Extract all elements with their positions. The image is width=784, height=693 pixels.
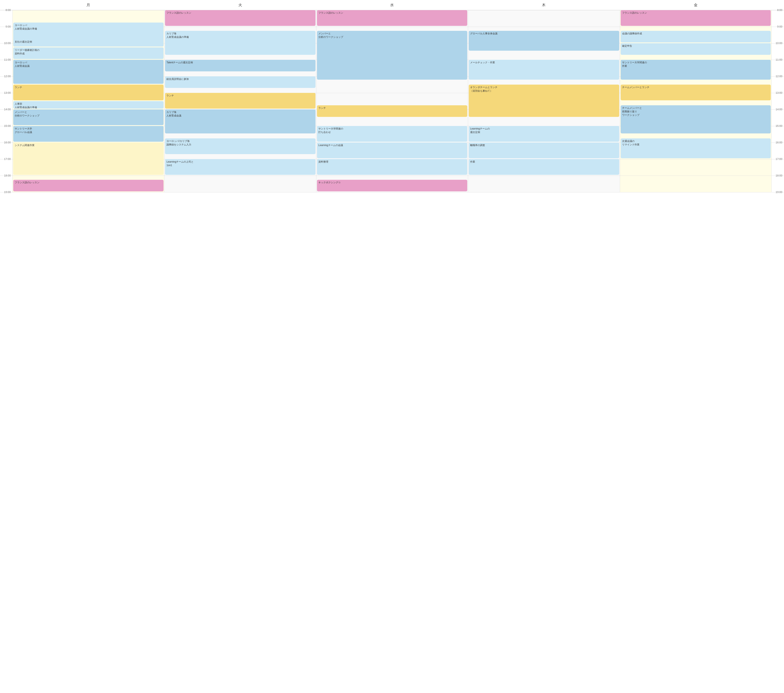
event-mon7[interactable]: メンバーと 分析のワークショップ: [13, 109, 163, 125]
time-label-900: 9:00: [0, 27, 12, 43]
time-hour-line: [772, 10, 784, 10]
event-tue2[interactable]: カリブ海 人材育成会議の準備: [165, 31, 315, 55]
time-hour-line: [0, 126, 12, 126]
hour-line-0: [13, 10, 164, 10]
day-col-tue: フランス語のレッスンカリブ海 人材育成会議の準備Talentチームの週次定例組合…: [164, 10, 316, 192]
header-day-fri: 金: [620, 0, 772, 10]
calendar-body: 8:009:0010:0011:0012:0013:0014:0015:0016…: [0, 10, 784, 192]
event-mon9[interactable]: システム関連作業: [13, 142, 163, 175]
time-label-1500: 15:00: [0, 126, 12, 142]
day-col-fri: フランス語のレッスン会議の議事録作成確定申告サントリー大学関連の 作業チームメン…: [620, 10, 772, 192]
event-fri3[interactable]: 確定申告: [621, 43, 771, 55]
time-hour-line: [0, 142, 12, 143]
time-col-right: 8:009:0010:0011:0012:0013:0014:0015:0016…: [772, 10, 784, 192]
time-label-1000: 10:00: [0, 43, 12, 60]
hour-line-0: [468, 10, 619, 10]
event-wed6[interactable]: 資料整理: [317, 159, 467, 175]
time-label-1300: 13:00: [0, 93, 12, 109]
time-label-1200: 12:00: [0, 76, 12, 93]
event-fri5[interactable]: チームメンバーとランチ: [621, 84, 771, 100]
event-mon8[interactable]: サントリー大学 グローバル会議: [13, 126, 163, 142]
event-mon2[interactable]: 支社の週次定例: [13, 39, 163, 46]
time-label-right-1700: 17:00: [772, 159, 784, 176]
time-hour-line: [772, 126, 784, 126]
event-tue1[interactable]: フランス語のレッスン: [165, 10, 315, 26]
time-label-1600: 16:00: [0, 142, 12, 159]
event-mon6[interactable]: 人事部 人材育成会議の準備: [13, 101, 163, 109]
event-thu5[interactable]: 離職率の調査: [469, 142, 619, 158]
event-mon10[interactable]: フランス語のレッスン: [13, 180, 163, 191]
event-thu4[interactable]: Learningチームの 週次定例: [469, 126, 619, 142]
event-wed3[interactable]: ランチ: [317, 105, 467, 117]
time-hour-line: [0, 10, 12, 10]
event-thu2[interactable]: メールチェック・作業: [469, 60, 619, 80]
hour-line-5: [316, 93, 468, 93]
event-wed5[interactable]: Learningチームの会議: [317, 142, 467, 158]
time-label-1100: 11:00: [0, 60, 12, 76]
time-label-right-1200: 12:00: [772, 76, 784, 93]
day-col-thu: グローバル人事全体会議メールチェック・作業オランダチームとランチ （送別会も兼ね…: [468, 10, 619, 192]
time-label-1900: 19:00: [0, 192, 12, 209]
header-day-thu: 木: [468, 0, 619, 10]
event-mon5[interactable]: ランチ: [13, 84, 163, 100]
header-day-tue: 火: [164, 0, 316, 10]
event-tue5[interactable]: ランチ: [165, 93, 315, 109]
event-tue6[interactable]: カリブ海 人材育成会議: [165, 109, 315, 134]
time-hour-line: [772, 93, 784, 93]
time-label-1400: 14:00: [0, 109, 12, 126]
time-label-right-1500: 15:00: [772, 126, 784, 142]
day-col-wed: フランス語のレッスンメンバーと 分析のワークショップランチサントリー大学関連の …: [316, 10, 468, 192]
event-mon3[interactable]: リーダー後継者計画の 資料作成: [13, 47, 163, 59]
time-col-left: 8:009:0010:0011:0012:0013:0014:0015:0016…: [0, 10, 12, 192]
header-day-wed: 水: [316, 0, 468, 10]
time-label-right-1800: 18:00: [772, 176, 784, 192]
day-col-mon: ヨーロッパ 人材育成会議の準備支社の週次定例リーダー後継者計画の 資料作成ヨーロ…: [12, 10, 164, 192]
time-label-right-1600: 16:00: [772, 142, 784, 159]
time-hour-line: [772, 109, 784, 110]
time-label-right-800: 8:00: [772, 10, 784, 27]
event-wed7[interactable]: キックボクシング☆: [317, 180, 467, 191]
event-wed4[interactable]: サントリー大学関連の 打ち合わせ: [317, 126, 467, 142]
time-label-right-1000: 10:00: [772, 43, 784, 60]
time-label-right-1900: 19:00: [772, 192, 784, 209]
event-fri6[interactable]: チームメンバーと 前期振り返り ワークショップ: [621, 105, 771, 134]
event-fri1[interactable]: フランス語のレッスン: [621, 10, 771, 26]
event-fri2[interactable]: 会議の議事録作成: [621, 31, 771, 43]
event-thu6[interactable]: 作業: [469, 159, 619, 175]
event-tue8[interactable]: Learningチームの上司と 1on1: [165, 159, 315, 175]
event-thu1[interactable]: グローバル人事全体会議: [469, 31, 619, 51]
time-label-right-1300: 13:00: [772, 93, 784, 109]
time-hour-line: [0, 109, 12, 110]
time-label-right-900: 9:00: [772, 27, 784, 43]
time-label-800: 8:00: [0, 10, 12, 27]
event-tue3[interactable]: Talentチームの週次定例: [165, 60, 315, 71]
time-hour-line: [0, 93, 12, 93]
event-wed1[interactable]: フランス語のレッスン: [317, 10, 467, 26]
event-thu3[interactable]: オランダチームとランチ （送別会も兼ねて）: [469, 84, 619, 117]
time-hour-line: [772, 142, 784, 143]
calendar-wrapper: 月 火 水 木 金 8:009:0010:0011:0012:0013:0014…: [0, 0, 784, 693]
event-mon4[interactable]: ヨーロッパ 人材育成会議: [13, 60, 163, 84]
event-tue7[interactable]: ヨーロッパ/カリブ海 議事録をシステム入力: [165, 139, 315, 154]
header-row: 月 火 水 木 金: [0, 0, 784, 10]
header-day-mon: 月: [12, 0, 164, 10]
time-label-right-1400: 14:00: [772, 109, 784, 126]
time-label-1700: 17:00: [0, 159, 12, 176]
event-tue4[interactable]: 組合員説明会に参加: [165, 76, 315, 88]
time-label-right-1100: 11:00: [772, 60, 784, 76]
event-wed2[interactable]: メンバーと 分析のワークショップ: [317, 31, 467, 80]
event-fri4[interactable]: サントリー大学関連の 作業: [621, 60, 771, 80]
event-fri7[interactable]: 次週会議の リマインド作業: [621, 139, 771, 158]
time-label-1800: 18:00: [0, 176, 12, 192]
